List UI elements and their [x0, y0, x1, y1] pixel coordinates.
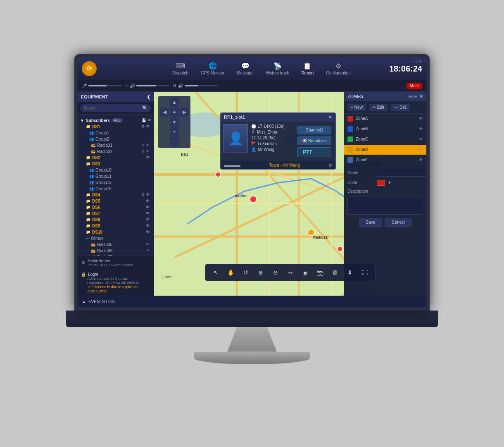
nav-up-btn[interactable]: ▲	[170, 98, 179, 107]
nav-report[interactable]: 📋 Report	[301, 62, 314, 75]
search-input[interactable]	[83, 106, 140, 110]
window-controls[interactable]: — □ ✕	[411, 60, 422, 64]
nav-zoom-in-btn[interactable]: +	[170, 127, 179, 136]
zones-rule-btn[interactable]: Rule	[408, 94, 417, 99]
ptt-button[interactable]: PTT	[297, 147, 331, 157]
nav-config[interactable]: ⚙ Configuration	[326, 62, 350, 75]
nav-gps[interactable]: 🌐 GPS Monitor	[201, 62, 224, 75]
zoneC-eye-icon[interactable]: 👁	[419, 137, 423, 141]
tree-ds6[interactable]: 📁 DS6 👁	[80, 204, 151, 210]
tree-radio35[interactable]: 📻 Radio35 👁	[80, 241, 151, 248]
color-label: Color	[347, 180, 374, 185]
events-arrow-icon: ▲	[82, 299, 86, 304]
server-label: RadioServer	[88, 258, 133, 263]
popup-gear-icon[interactable]: ⚙	[328, 163, 332, 167]
right-slider[interactable]	[185, 85, 218, 86]
nav-dispatch[interactable]: ⌨ Dispatch	[172, 62, 188, 75]
broadcast-button[interactable]: 📢 Broadcast	[297, 136, 331, 145]
mute-button[interactable]: Mute	[407, 83, 422, 89]
zoom-out-tool[interactable]: ⊖	[270, 267, 281, 278]
zoneB-eye-icon[interactable]: 👁	[419, 127, 423, 131]
zone-item-a[interactable]: ZoneA 👁	[344, 114, 426, 124]
nav-right-btn[interactable]: ▶	[180, 108, 189, 117]
zone-item-d[interactable]: ZoneD 👁	[344, 145, 426, 155]
refresh-tool[interactable]: ↺	[240, 267, 252, 278]
nav-center-btn[interactable]: ●	[170, 108, 179, 117]
zoneD-eye-icon[interactable]: 👁	[419, 147, 423, 152]
color-swatch[interactable]	[377, 180, 385, 186]
sidebar-search: 🔍	[78, 102, 154, 115]
zones-edit-button[interactable]: ✏ Edit	[369, 104, 388, 111]
collapse-icon[interactable]: ❮	[147, 94, 150, 100]
radio35-label: Radio35	[97, 242, 112, 247]
camera-tool[interactable]: 📷	[314, 267, 326, 278]
tree-radio22[interactable]: 📻 Radio22 ⚙ 👁	[80, 148, 151, 155]
tree-others[interactable]: ··· Others	[80, 235, 151, 241]
desc-textarea[interactable]	[347, 196, 423, 215]
nav-down-btn[interactable]: ▼	[170, 117, 179, 127]
group-icon: 👥	[89, 137, 94, 141]
tree-ds9[interactable]: 📁 DS9 👁	[80, 223, 151, 229]
zones-new-button[interactable]: + New	[347, 104, 366, 111]
right-speaker-icon: 🔊	[178, 84, 183, 88]
video-tool[interactable]: ▣	[300, 267, 311, 278]
tree-group12[interactable]: 👥 Group12	[80, 179, 151, 186]
ds2-icons: 👁	[146, 155, 150, 160]
zoom-in-tool[interactable]: ⊕	[255, 267, 266, 278]
folder-icon: 📁	[86, 224, 90, 228]
cursor-tool[interactable]: ↖	[210, 267, 222, 278]
popup-header: RP1_slot1 ✕	[221, 113, 335, 122]
tree-ds5[interactable]: 📁 DS5 👁	[80, 198, 151, 204]
zone-item-e[interactable]: ZoneE 👁	[344, 155, 426, 165]
mic-slider[interactable]	[88, 85, 121, 86]
ds5-icons: 👁	[146, 199, 150, 203]
tree-group15[interactable]: 👥 Group15	[80, 186, 151, 192]
left-slider[interactable]	[136, 85, 169, 86]
tree-ds3[interactable]: 📁 DS3	[80, 161, 151, 167]
tree-group1[interactable]: 👥 Group1	[80, 130, 151, 136]
tree-ds7[interactable]: 📁 DS7 👁	[80, 210, 151, 217]
tree-ds10[interactable]: 📁 DS10 👁	[80, 229, 151, 235]
zones-close-icon[interactable]: ✕	[419, 94, 423, 99]
zoneE-eye-icon[interactable]: 👁	[419, 158, 423, 162]
measure-tool[interactable]: ⇿	[285, 267, 296, 278]
subscribers-header[interactable]: ▼ Subscribers ALL 💾 👁	[80, 117, 151, 124]
tree-radio21[interactable]: 📻 Radio21 ⚙ 👁	[80, 142, 151, 148]
name-input[interactable]	[377, 169, 426, 177]
download-tool[interactable]: ⬇	[344, 267, 356, 278]
subscribers-section: ▼ Subscribers ALL 💾 👁 📁 DS1 ⚙ 👁	[78, 116, 154, 256]
radio-icon: 📻	[91, 149, 95, 153]
nav-left-btn[interactable]: ◀	[160, 108, 169, 117]
tree-group10[interactable]: 👥 Group10	[80, 167, 151, 173]
map-container[interactable]: Radio22 Radio21 Radio1 DS1 ▲ ◀ ● ▶ ▼	[154, 92, 426, 296]
popup-close-icon[interactable]: ✕	[328, 115, 332, 120]
tree-ds4[interactable]: 📁 DS4 ⚙ 👁	[80, 192, 151, 198]
nav-message[interactable]: 💬 Message	[237, 62, 254, 75]
pan-tool[interactable]: ✋	[225, 267, 237, 278]
svg-point-17	[216, 172, 221, 177]
zones-del-button[interactable]: — Del.	[391, 104, 410, 111]
zoneA-eye-icon[interactable]: 👁	[419, 116, 423, 121]
admin-label: Administrator: Li Xiaolian	[81, 277, 150, 281]
zone-item-b[interactable]: ZoneB 👁	[344, 124, 426, 134]
nav-zoom-out-btn[interactable]: −	[170, 137, 179, 146]
tree-ds1[interactable]: 📁 DS1 ⚙ 👁	[80, 124, 151, 130]
nav-history[interactable]: 📡 History track	[266, 62, 289, 75]
tree-radio36[interactable]: 📻 Radio36 👁	[80, 248, 151, 254]
channel-button[interactable]: Channel1	[297, 126, 331, 134]
save-button[interactable]: Save	[359, 218, 383, 227]
ds3-label: DS3	[92, 162, 100, 166]
fence-tool[interactable]: ⛶	[359, 267, 371, 278]
tree-group11[interactable]: 👥 Group11	[80, 173, 151, 179]
cancel-button[interactable]: Cancel	[385, 218, 411, 227]
tree-group2[interactable]: 👥 Group2	[80, 136, 151, 142]
tree-ds2[interactable]: 📁 DS2 👁	[80, 155, 151, 161]
tree-ds8[interactable]: 📁 DS8 👁	[80, 217, 151, 223]
color-dropdown-icon[interactable]: ▼	[388, 180, 392, 185]
ds2-label: DS2	[92, 155, 100, 160]
events-bar[interactable]: ▲ EVENTS LOG	[78, 296, 426, 307]
popup-avatar: 👤	[223, 124, 248, 153]
form-buttons: Save Cancel	[347, 218, 423, 227]
screen-tool[interactable]: 🖥	[329, 267, 341, 278]
zone-item-c[interactable]: ZoneC 👁	[344, 134, 426, 145]
